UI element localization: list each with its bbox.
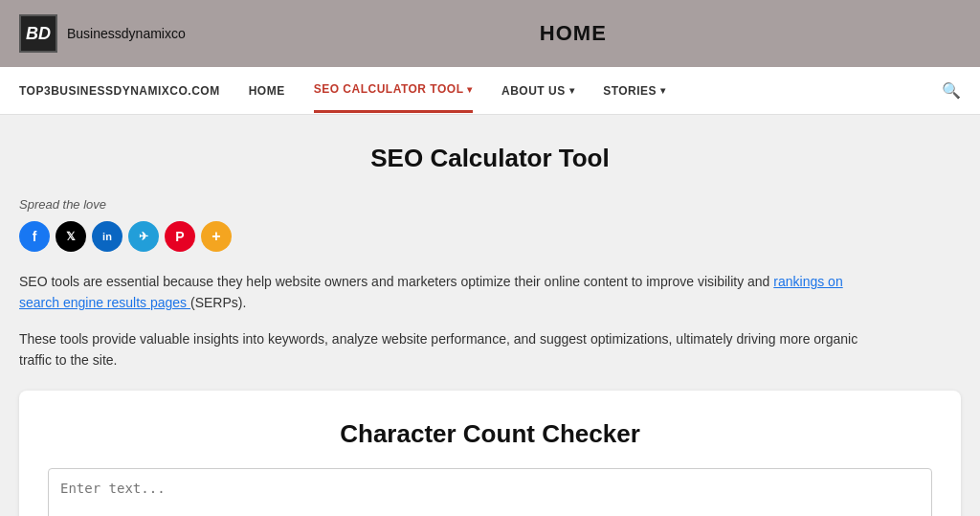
navbar: TOP3BUSINESSDYNAMIXCO.COM HOME SEO CALCU… <box>0 67 980 115</box>
pinterest-icon[interactable]: P <box>165 221 195 252</box>
description-1: SEO tools are essential because they hel… <box>19 271 880 314</box>
nav-items: TOP3BUSINESSDYNAMIXCO.COM HOME SEO CALCU… <box>19 68 942 113</box>
nav-item-seo-calculator[interactable]: SEO CALCULATOR TOOL ▾ <box>314 68 473 113</box>
search-icon[interactable]: 🔍 <box>942 81 961 100</box>
description-2: These tools provide valuable insights in… <box>19 328 880 371</box>
chevron-down-icon: ▾ <box>569 85 575 96</box>
logo-area: BD Businessdynamixco <box>19 14 186 53</box>
tool-card-title: Character Count Checker <box>48 419 932 449</box>
x-icon[interactable]: 𝕏 <box>56 221 86 252</box>
nav-item-about[interactable]: ABOUT US ▾ <box>501 70 574 112</box>
social-icons-row: f 𝕏 in ✈ P + <box>19 221 961 252</box>
more-share-icon[interactable]: + <box>201 221 232 252</box>
logo-letters: BD <box>26 24 51 44</box>
chevron-down-icon: ▾ <box>467 84 473 95</box>
linkedin-icon[interactable]: in <box>92 221 122 252</box>
header-title: HOME <box>186 21 961 46</box>
nav-item-stories[interactable]: STORIES ▾ <box>603 70 665 112</box>
site-header: BD Businessdynamixco HOME <box>0 0 980 67</box>
nav-item-top3[interactable]: TOP3BUSINESSDYNAMIXCO.COM <box>19 70 220 112</box>
spread-love-label: Spread the love <box>19 197 961 212</box>
main-content: SEO Calculator Tool Spread the love f 𝕏 … <box>0 115 980 516</box>
nav-item-home[interactable]: HOME <box>249 70 285 112</box>
facebook-icon[interactable]: f <box>19 221 50 252</box>
character-count-input[interactable] <box>48 468 932 516</box>
tool-card: Character Count Checker <box>19 391 961 516</box>
page-title: SEO Calculator Tool <box>19 144 961 173</box>
site-name: Businessdynamixco <box>67 26 186 41</box>
chevron-down-icon: ▾ <box>660 85 666 96</box>
telegram-icon[interactable]: ✈ <box>128 221 159 252</box>
logo-box: BD <box>19 14 57 53</box>
